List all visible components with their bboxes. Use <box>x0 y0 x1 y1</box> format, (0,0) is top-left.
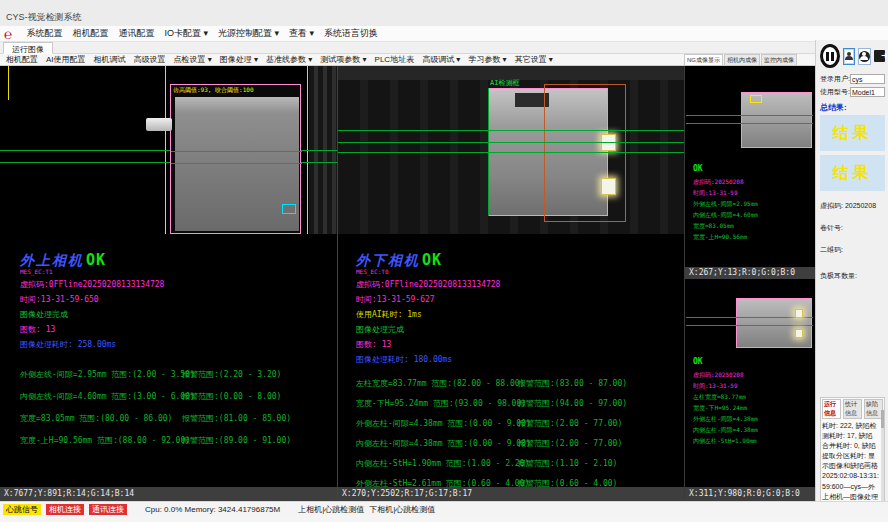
tab-ng-display[interactable]: NG成像显示 <box>684 54 723 66</box>
ng-view-bottom[interactable]: OK 虚拟码:20250208 时间:13-31-59 左柱宽度=83.77mm… <box>685 279 815 487</box>
measure-line-green <box>171 151 302 152</box>
left-pixel-coords: X:7677;Y:891;R:14;G:14;B:14 <box>0 487 337 501</box>
measure-value: 宽度-上H=90.56mm 范围:(88.00 - 92.00) <box>20 435 182 446</box>
ng-bottom-pixel-coords: X:311;Y:980;R:0;G:0;B:0 <box>685 487 815 501</box>
measurement-row: 内侧左柱-StH=1.90mm 范围:(1.00 - 2.20) 报警范围:(1… <box>356 458 672 469</box>
ng-line: 内侧左柱-StH=1.90mm <box>693 435 758 446</box>
exit-button[interactable] <box>874 48 885 65</box>
measure-value: 内侧左线-间隙=4.60mm 范围:(3.00 - 6.00) <box>20 391 182 402</box>
menu-item-language[interactable]: 系统语言切换 <box>324 27 378 40</box>
measure-value: 左柱宽度=83.77mm 范围:(82.00 - 88.00) <box>356 378 518 389</box>
ng-line: 宽度-下H=95.24mm <box>693 402 758 413</box>
ng-bottom-image <box>736 298 812 348</box>
barcode-value-line: 虚拟码: 20250208 <box>820 201 885 211</box>
info-tabs: 运行信息 统计信息 缺陷信息 <box>822 399 883 419</box>
ng-line: 时间:13-31-59 <box>693 187 758 198</box>
tool-camera-config[interactable]: 相机配置 <box>6 54 38 65</box>
left-result-ok: OK <box>86 251 106 269</box>
tool-ai-config[interactable]: AI使用配置 <box>46 54 86 65</box>
camera-status-badge: 相机连接 <box>46 504 84 515</box>
tab-camera-image[interactable]: 相机内成像 <box>724 54 760 66</box>
qr-code-label: 二维码: <box>820 245 885 255</box>
menu-item-system-config[interactable]: 系统配置 <box>26 27 62 40</box>
tool-camera-debug[interactable]: 相机调试 <box>94 54 126 65</box>
top-camera-heartbeat: 上相机|心跳检测值 <box>298 504 364 515</box>
alarm-range: 报警范围:(83.00 - 87.00) <box>518 378 627 389</box>
tab-stats-info[interactable]: 统计信息 <box>843 399 862 419</box>
menu-item-light-config[interactable]: 光源控制配置 ▾ <box>218 27 279 40</box>
ng-line: 内侧左柱-间隙=4.38mm <box>693 424 758 435</box>
middle-done-line: 图像处理完成 <box>356 324 672 335</box>
part-pin <box>146 118 172 131</box>
tool-spot-check[interactable]: 点检设置 ▾ <box>174 54 212 65</box>
middle-camera-view[interactable]: AI检测框 外下相机OK MES_EC:T0 虚拟码:0FFline202502… <box>337 66 683 501</box>
ng-line: 宽度=83.05mm <box>693 220 758 231</box>
tool-learn-params[interactable]: 学习参数 ▾ <box>468 54 506 65</box>
heartbeat-status-badge: 心跳信号 <box>3 504 41 515</box>
pause-button[interactable] <box>820 44 840 68</box>
tab-run-image[interactable]: 运行图像 <box>3 42 53 54</box>
ng-bottom-text: 虚拟码:20250208 时间:13-31-59 左柱宽度=83.77mm 宽度… <box>693 369 758 446</box>
measurement-row: 内侧左线-间隙=4.60mm 范围:(3.00 - 6.00) 报警范围:(0.… <box>20 391 336 402</box>
run-info-text: 耗时: 222, 缺陷检测耗时: 17, 缺陷合并耗时: 0, 缺陷提取分区耗时… <box>822 421 883 512</box>
winding-needle-label: 卷针号: <box>820 223 885 233</box>
measurement-row: 左柱宽度=83.77mm 范围:(82.00 - 88.00) 报警范围:(83… <box>356 378 672 389</box>
measurement-row: 宽度-上H=90.56mm 范围:(88.00 - 92.00) 报警范围:(8… <box>20 435 336 446</box>
app-window: CYS-视觉检测系统 ℮ 系统配置 相机配置 通讯配置 IO卡配置 ▾ 光源控制… <box>0 0 888 522</box>
tool-other-settings[interactable]: 其它设置 ▾ <box>515 54 553 65</box>
tool-test-params[interactable]: 测试项参数 ▾ <box>320 54 366 65</box>
measure-value: 外侧左柱-间隙=4.38mm 范围:(0.00 - 9.00) <box>356 418 518 429</box>
comm-status-badge: 通讯连接 <box>89 504 127 515</box>
tool-advanced-debug[interactable]: 高级调试 ▾ <box>422 54 460 65</box>
profile-button[interactable] <box>858 48 871 65</box>
user-login-button[interactable] <box>843 48 855 65</box>
left-camera-view[interactable]: 齿高阈值:93, 咬合阈值:100 外上相机OK MES_EC:T1 虚拟码:0… <box>0 66 337 501</box>
tool-advanced-settings[interactable]: 高级设置 <box>134 54 166 65</box>
login-user-field[interactable]: cys <box>850 74 885 84</box>
roi-line-yellow <box>8 66 9 100</box>
negative-tab-count-label: 负极耳数量: <box>820 271 885 281</box>
model-field[interactable]: Model1 <box>850 87 885 97</box>
tab-glow-spot <box>795 309 803 318</box>
ng-line: 时间:13-31-59 <box>693 380 758 391</box>
ng-line: 左柱宽度=83.77mm <box>693 391 758 402</box>
user-icon <box>844 52 853 61</box>
ng-line: 虚拟码:20250208 <box>693 176 758 187</box>
left-frame-line: 图数: 13 <box>20 324 336 335</box>
measurement-row: 宽度=83.05mm 范围:(80.00 - 86.00) 报警范围:(81.0… <box>20 413 336 424</box>
tool-image-process[interactable]: 图像处理 ▾ <box>220 54 258 65</box>
middle-camera-image: AI检测框 <box>338 66 684 234</box>
left-done-line: 图像处理完成 <box>20 309 336 320</box>
right-view-tabs: NG成像显示 相机内成像 监控内成像 <box>684 54 797 66</box>
tool-baseline-params[interactable]: 基准线参数 ▾ <box>266 54 312 65</box>
ai-detect-rect <box>544 84 626 222</box>
menu-item-io-config[interactable]: IO卡配置 ▾ <box>164 27 208 40</box>
model-label: 使用型号: <box>820 87 850 97</box>
menu-item-camera-config[interactable]: 相机配置 <box>72 27 108 40</box>
alarm-range: 报警范围:(81.00 - 85.00) <box>182 413 291 424</box>
alarm-range: 报警范围:(0.00 - 8.00) <box>182 391 281 402</box>
baseline-green <box>686 325 813 326</box>
login-user-label: 登录用户: <box>820 74 850 84</box>
measure-value: 外侧左线-间隙=2.95mm 范围:(2.00 - 3.50) <box>20 369 182 380</box>
tab-monitor-image[interactable]: 监控内成像 <box>761 54 797 66</box>
ng-top-image <box>741 92 812 148</box>
middle-pixel-coords: X:270;Y:2502;R:17;G:17;B:17 <box>338 487 684 501</box>
ng-view-top[interactable]: OK 虚拟码:20250208 时间:13-31-59 外侧左线-间隙=2.95… <box>685 66 815 267</box>
middle-camera-name: 外下相机 <box>356 252 420 268</box>
status-bar: 心跳信号 相机连接 通讯连接 Cpu: 0.0% Memory: 3424.41… <box>0 501 888 516</box>
middle-frame-line: 图数: 13 <box>356 339 672 350</box>
baseline-green <box>338 130 684 131</box>
info-scrollbar[interactable] <box>881 410 884 511</box>
middle-ai-line: 使用AI耗时: 1ms <box>356 309 672 320</box>
tab-run-info[interactable]: 运行信息 <box>822 399 841 419</box>
menu-item-view[interactable]: 查看 ▾ <box>289 27 314 40</box>
measurement-row: 外侧左柱-间隙=4.38mm 范围:(0.00 - 9.00) 报警范围:(2.… <box>356 418 672 429</box>
middle-time-line: 时间:13-31-59-627 <box>356 294 672 305</box>
measure-line-green <box>171 163 302 164</box>
menu-item-comm-config[interactable]: 通讯配置 <box>118 27 154 40</box>
alarm-range: 报警范围:(2.00 - 77.00) <box>518 418 622 429</box>
result-box-top: 结果 <box>820 115 885 151</box>
tool-plc-table[interactable]: PLC地址表 <box>375 54 415 65</box>
title-bar: CYS-视觉检测系统 <box>0 0 888 26</box>
